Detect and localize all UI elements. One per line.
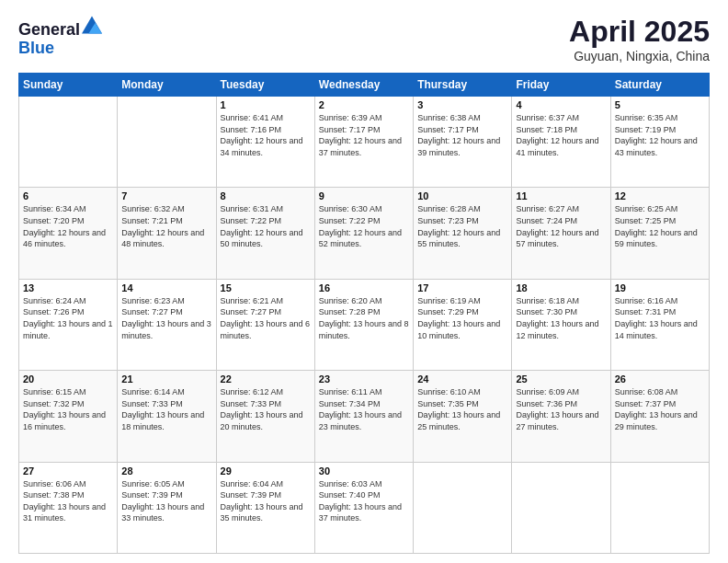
header-wednesday: Wednesday — [314, 74, 413, 97]
day-info: Sunrise: 6:41 AM Sunset: 7:16 PM Dayligh… — [221, 112, 311, 158]
day-number: 17 — [417, 282, 507, 293]
day-info: Sunrise: 6:34 AM Sunset: 7:20 PM Dayligh… — [23, 203, 113, 249]
day-number: 28 — [121, 465, 211, 477]
calendar-week-3: 20Sunrise: 6:15 AM Sunset: 7:32 PM Dayli… — [19, 371, 710, 462]
header-monday: Monday — [118, 74, 216, 97]
table-row: 8Sunrise: 6:31 AM Sunset: 7:22 PM Daylig… — [216, 188, 314, 279]
table-row: 20Sunrise: 6:15 AM Sunset: 7:32 PM Dayli… — [19, 371, 118, 462]
logo-blue-text: Blue — [18, 39, 54, 57]
table-row: 7Sunrise: 6:32 AM Sunset: 7:21 PM Daylig… — [118, 188, 216, 279]
table-row: 15Sunrise: 6:21 AM Sunset: 7:27 PM Dayli… — [216, 279, 314, 370]
day-number: 6 — [23, 190, 113, 201]
day-number: 8 — [221, 190, 311, 201]
day-info: Sunrise: 6:10 AM Sunset: 7:35 PM Dayligh… — [417, 386, 507, 432]
header-tuesday: Tuesday — [216, 74, 314, 97]
day-info: Sunrise: 6:11 AM Sunset: 7:34 PM Dayligh… — [319, 386, 409, 432]
table-row: 18Sunrise: 6:18 AM Sunset: 7:30 PM Dayli… — [512, 279, 610, 370]
day-number: 27 — [23, 465, 113, 477]
day-info: Sunrise: 6:18 AM Sunset: 7:30 PM Dayligh… — [516, 295, 606, 341]
day-info: Sunrise: 6:25 AM Sunset: 7:25 PM Dayligh… — [615, 203, 705, 249]
day-number: 10 — [417, 190, 507, 201]
month-title: April 2025 — [569, 15, 710, 49]
table-row: 19Sunrise: 6:16 AM Sunset: 7:31 PM Dayli… — [610, 279, 709, 370]
day-number: 9 — [319, 190, 409, 201]
table-row: 1Sunrise: 6:41 AM Sunset: 7:16 PM Daylig… — [216, 97, 314, 188]
day-info: Sunrise: 6:31 AM Sunset: 7:22 PM Dayligh… — [221, 203, 311, 249]
day-info: Sunrise: 6:32 AM Sunset: 7:21 PM Dayligh… — [121, 203, 211, 249]
table-row — [610, 462, 709, 553]
table-row: 6Sunrise: 6:34 AM Sunset: 7:20 PM Daylig… — [19, 188, 118, 279]
table-row: 22Sunrise: 6:12 AM Sunset: 7:33 PM Dayli… — [216, 371, 314, 462]
table-row: 30Sunrise: 6:03 AM Sunset: 7:40 PM Dayli… — [314, 462, 413, 553]
day-number: 3 — [417, 99, 507, 110]
day-info: Sunrise: 6:38 AM Sunset: 7:17 PM Dayligh… — [417, 112, 507, 158]
table-row: 17Sunrise: 6:19 AM Sunset: 7:29 PM Dayli… — [414, 279, 512, 370]
day-number: 1 — [221, 99, 311, 110]
day-info: Sunrise: 6:28 AM Sunset: 7:23 PM Dayligh… — [417, 203, 507, 249]
day-number: 30 — [319, 465, 409, 477]
day-info: Sunrise: 6:20 AM Sunset: 7:28 PM Dayligh… — [319, 295, 409, 341]
day-number: 7 — [121, 190, 211, 201]
day-number: 23 — [319, 373, 409, 385]
table-row: 29Sunrise: 6:04 AM Sunset: 7:39 PM Dayli… — [216, 462, 314, 553]
calendar-table: Sunday Monday Tuesday Wednesday Thursday… — [18, 73, 710, 554]
location: Guyuan, Ningxia, China — [569, 49, 710, 63]
table-row — [19, 97, 118, 188]
calendar-week-2: 13Sunrise: 6:24 AM Sunset: 7:26 PM Dayli… — [19, 279, 710, 370]
day-number: 16 — [319, 282, 409, 293]
day-number: 22 — [221, 373, 311, 385]
table-row — [118, 97, 216, 188]
day-number: 13 — [23, 282, 113, 293]
day-number: 18 — [516, 282, 606, 293]
header-sunday: Sunday — [19, 74, 118, 97]
day-info: Sunrise: 6:05 AM Sunset: 7:39 PM Dayligh… — [121, 478, 211, 524]
day-number: 25 — [516, 373, 606, 385]
day-info: Sunrise: 6:21 AM Sunset: 7:27 PM Dayligh… — [221, 295, 311, 341]
table-row: 11Sunrise: 6:27 AM Sunset: 7:24 PM Dayli… — [512, 188, 610, 279]
day-info: Sunrise: 6:04 AM Sunset: 7:39 PM Dayligh… — [221, 478, 311, 524]
day-info: Sunrise: 6:14 AM Sunset: 7:33 PM Dayligh… — [121, 386, 211, 432]
day-info: Sunrise: 6:30 AM Sunset: 7:22 PM Dayligh… — [319, 203, 409, 249]
day-info: Sunrise: 6:06 AM Sunset: 7:38 PM Dayligh… — [23, 478, 113, 524]
table-row — [512, 462, 610, 553]
day-info: Sunrise: 6:35 AM Sunset: 7:19 PM Dayligh… — [615, 112, 705, 158]
table-row: 16Sunrise: 6:20 AM Sunset: 7:28 PM Dayli… — [314, 279, 413, 370]
day-number: 12 — [615, 190, 705, 201]
day-info: Sunrise: 6:23 AM Sunset: 7:27 PM Dayligh… — [121, 295, 211, 341]
table-row: 26Sunrise: 6:08 AM Sunset: 7:37 PM Dayli… — [610, 371, 709, 462]
day-number: 29 — [221, 465, 311, 477]
logo-block: General Blue — [18, 15, 102, 58]
table-row: 25Sunrise: 6:09 AM Sunset: 7:36 PM Dayli… — [512, 371, 610, 462]
day-number: 26 — [615, 373, 705, 385]
header: General Blue April 2025 Guyuan, Ningxia,… — [18, 15, 710, 63]
table-row: 24Sunrise: 6:10 AM Sunset: 7:35 PM Dayli… — [414, 371, 512, 462]
table-row: 5Sunrise: 6:35 AM Sunset: 7:19 PM Daylig… — [610, 97, 709, 188]
table-row: 10Sunrise: 6:28 AM Sunset: 7:23 PM Dayli… — [414, 188, 512, 279]
day-number: 24 — [417, 373, 507, 385]
header-saturday: Saturday — [610, 74, 709, 97]
table-row: 23Sunrise: 6:11 AM Sunset: 7:34 PM Dayli… — [314, 371, 413, 462]
day-info: Sunrise: 6:39 AM Sunset: 7:17 PM Dayligh… — [319, 112, 409, 158]
table-row: 4Sunrise: 6:37 AM Sunset: 7:18 PM Daylig… — [512, 97, 610, 188]
table-row: 9Sunrise: 6:30 AM Sunset: 7:22 PM Daylig… — [314, 188, 413, 279]
day-info: Sunrise: 6:09 AM Sunset: 7:36 PM Dayligh… — [516, 386, 606, 432]
table-row: 3Sunrise: 6:38 AM Sunset: 7:17 PM Daylig… — [414, 97, 512, 188]
table-row: 21Sunrise: 6:14 AM Sunset: 7:33 PM Dayli… — [118, 371, 216, 462]
calendar-header-row: Sunday Monday Tuesday Wednesday Thursday… — [19, 74, 710, 97]
day-info: Sunrise: 6:37 AM Sunset: 7:18 PM Dayligh… — [516, 112, 606, 158]
day-number: 14 — [121, 282, 211, 293]
day-info: Sunrise: 6:15 AM Sunset: 7:32 PM Dayligh… — [23, 386, 113, 432]
day-info: Sunrise: 6:24 AM Sunset: 7:26 PM Dayligh… — [23, 295, 113, 341]
day-number: 20 — [23, 373, 113, 385]
logo: General Blue — [18, 15, 102, 58]
day-info: Sunrise: 6:03 AM Sunset: 7:40 PM Dayligh… — [319, 478, 409, 524]
day-info: Sunrise: 6:12 AM Sunset: 7:33 PM Dayligh… — [221, 386, 311, 432]
day-number: 15 — [221, 282, 311, 293]
day-number: 5 — [615, 99, 705, 110]
title-block: April 2025 Guyuan, Ningxia, China — [569, 15, 710, 63]
day-number: 4 — [516, 99, 606, 110]
logo-general-text: General — [18, 20, 80, 39]
table-row: 14Sunrise: 6:23 AM Sunset: 7:27 PM Dayli… — [118, 279, 216, 370]
day-info: Sunrise: 6:27 AM Sunset: 7:24 PM Dayligh… — [516, 203, 606, 249]
calendar-week-1: 6Sunrise: 6:34 AM Sunset: 7:20 PM Daylig… — [19, 188, 710, 279]
